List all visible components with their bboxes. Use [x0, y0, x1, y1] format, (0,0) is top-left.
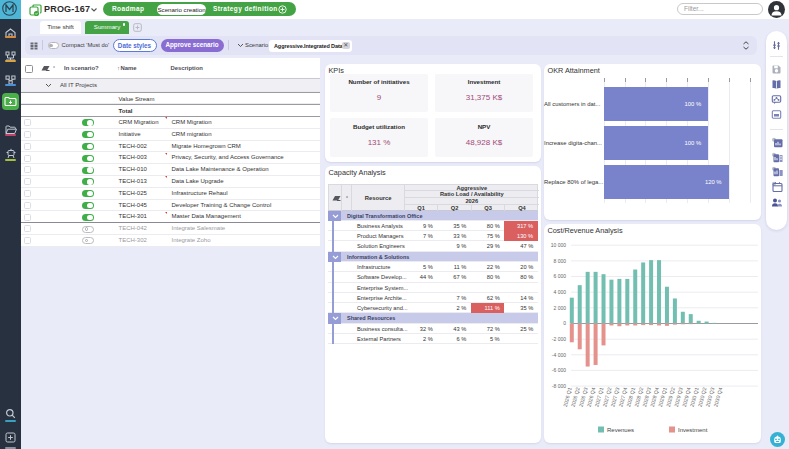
svg-text:-6 000: -6 000 — [552, 367, 566, 373]
svg-text:6 000: 6 000 — [553, 273, 566, 279]
svg-text:-8 000: -8 000 — [552, 382, 566, 388]
svg-text:Revenues: Revenues — [607, 426, 634, 432]
svg-text:Investment: Investment — [678, 426, 708, 432]
svg-text:10 000: 10 000 — [551, 242, 567, 248]
svg-text:-4 000: -4 000 — [552, 351, 566, 357]
svg-text:2 000: 2 000 — [553, 304, 566, 310]
svg-text:-2 000: -2 000 — [552, 336, 566, 342]
svg-text:4 000: 4 000 — [553, 289, 566, 295]
svg-text:0: 0 — [563, 320, 566, 326]
svg-text:8 000: 8 000 — [553, 257, 566, 263]
